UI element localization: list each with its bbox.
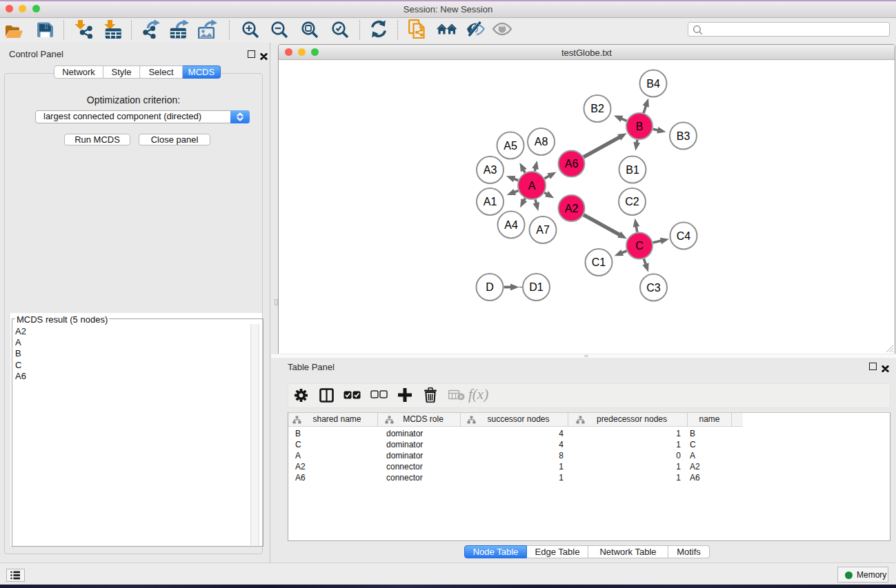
svg-text:A2: A2 xyxy=(565,203,579,214)
svg-text:A1: A1 xyxy=(484,196,497,207)
svg-text:C1: C1 xyxy=(592,256,606,268)
svg-text:A3: A3 xyxy=(484,164,497,176)
svg-text:C: C xyxy=(635,240,644,252)
svg-text:B: B xyxy=(636,121,644,132)
svg-text:B2: B2 xyxy=(590,103,604,114)
svg-text:C2: C2 xyxy=(625,196,639,207)
svg-text:C3: C3 xyxy=(646,282,661,294)
svg-text:D: D xyxy=(486,281,494,293)
svg-text:B4: B4 xyxy=(646,78,660,90)
svg-text:A: A xyxy=(528,180,536,192)
svg-text:A7: A7 xyxy=(536,224,550,236)
svg-text:B3: B3 xyxy=(677,130,690,142)
svg-text:B1: B1 xyxy=(626,164,639,176)
svg-text:A5: A5 xyxy=(504,140,517,152)
svg-text:A4: A4 xyxy=(504,219,518,231)
svg-text:D1: D1 xyxy=(529,281,544,293)
svg-text:A8: A8 xyxy=(535,136,548,148)
svg-text:A6: A6 xyxy=(565,158,579,170)
svg-text:C4: C4 xyxy=(677,230,691,242)
